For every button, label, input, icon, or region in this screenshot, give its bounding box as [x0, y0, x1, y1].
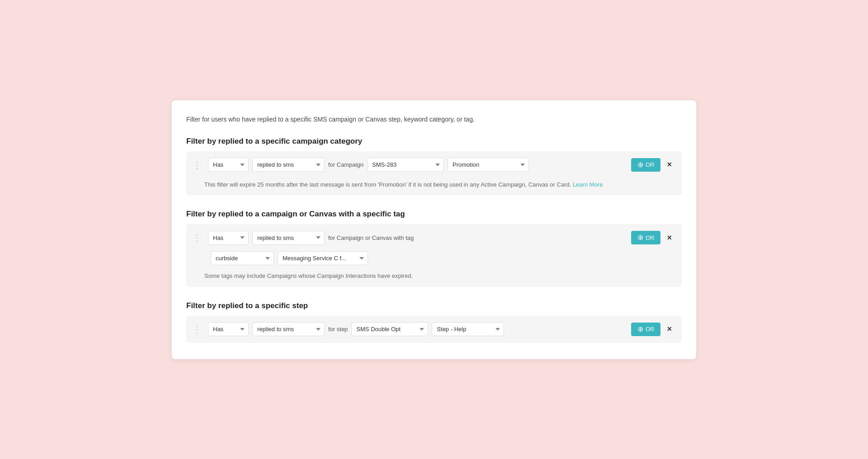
section-title-2: Filter by replied to a campaign or Canva… [186, 210, 682, 219]
tag-select[interactable]: curbside promo general [211, 251, 274, 265]
has-select-2[interactable]: Has Does not have [208, 231, 249, 245]
filter-box-1: Has Does not have replied to sms for Cam… [186, 151, 682, 196]
section-title-3: Filter by replied to a specific step [186, 301, 682, 310]
or-label-2: OR [646, 234, 655, 241]
close-button-1[interactable]: × [664, 159, 675, 170]
filter-note-2: Some tags may include Campaigns whose Ca… [186, 270, 682, 287]
section-title-1: Filter by replied to a specific campaign… [186, 137, 682, 146]
close-button-2[interactable]: × [664, 232, 675, 244]
filter-box-3: Has Does not have replied to sms for ste… [186, 316, 682, 343]
close-button-3[interactable]: × [664, 323, 675, 335]
drag-handle-2 [190, 230, 204, 245]
learn-more-link-1[interactable]: Learn More [573, 181, 603, 188]
for-step-label: for step [328, 326, 348, 333]
or-label-1: OR [646, 161, 655, 168]
or-button-2[interactable]: ⊕ OR [631, 231, 661, 244]
has-select-3[interactable]: Has Does not have [208, 322, 249, 336]
or-button-1[interactable]: ⊕ OR [631, 158, 661, 172]
step-campaign-select[interactable]: SMS Double Opt SMS Flow A SMS Flow B [351, 322, 428, 336]
filter-box-2: Has Does not have replied to sms for Cam… [186, 224, 682, 287]
service-select[interactable]: Messaging Service C f... Service A Servi… [278, 251, 368, 265]
drag-handle-1 [190, 158, 204, 172]
campaign-select-1[interactable]: SMS-283 SMS-100 SMS-200 [367, 158, 444, 172]
for-campaign-label: for Campaign [328, 161, 363, 168]
intro-text: Filter for users who have replied to a s… [186, 115, 682, 124]
filter-row-2b: curbside promo general Messaging Service… [186, 251, 682, 270]
filter-row-2a: Has Does not have replied to sms for Cam… [186, 224, 682, 251]
section-canvas-tag: Filter by replied to a campaign or Canva… [186, 210, 682, 287]
plus-icon-1: ⊕ [637, 161, 643, 169]
step-select[interactable]: Step - Help Step - Opt In Step - Confirm [432, 322, 504, 336]
action-select-2[interactable]: replied to sms [252, 231, 325, 245]
action-select-3[interactable]: replied to sms [252, 322, 325, 336]
main-card: Filter for users who have replied to a s… [172, 100, 696, 359]
filter-note-1: This filter will expire 25 months after … [186, 178, 682, 196]
filter-row-3: Has Does not have replied to sms for ste… [186, 316, 682, 343]
for-canvas-label: for Campaign or Canvas with tag [328, 234, 414, 241]
or-button-3[interactable]: ⊕ OR [631, 323, 661, 336]
or-label-3: OR [646, 326, 655, 333]
drag-handle-3 [190, 322, 204, 337]
plus-icon-3: ⊕ [637, 326, 643, 333]
category-select-1[interactable]: Promotion Transactional Informational [448, 158, 529, 172]
section-specific-step: Filter by replied to a specific step Has… [186, 301, 682, 343]
filter-row-1: Has Does not have replied to sms for Cam… [186, 151, 682, 178]
has-select-1[interactable]: Has Does not have [208, 158, 249, 172]
section-campaign-category: Filter by replied to a specific campaign… [186, 137, 682, 196]
action-select-1[interactable]: replied to sms [252, 158, 325, 172]
plus-icon-2: ⊕ [637, 234, 643, 241]
